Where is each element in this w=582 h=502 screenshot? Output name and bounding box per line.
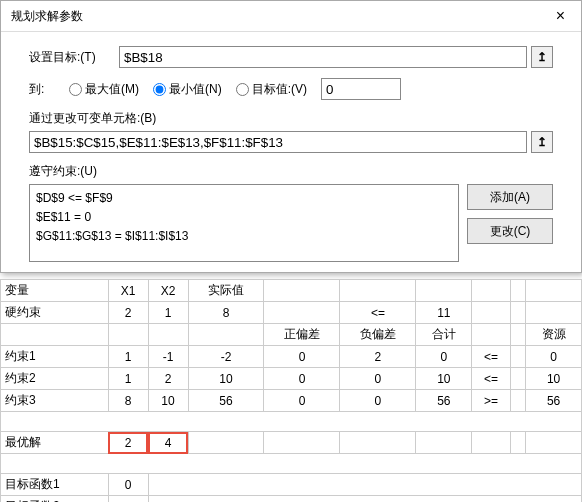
cell[interactable] [511,324,526,346]
range-picker-icon[interactable]: ↥ [531,131,553,153]
cell[interactable]: 0 [108,474,148,496]
cell[interactable]: 0 [264,346,340,368]
cell[interactable] [511,390,526,412]
cell[interactable]: 约束2 [1,368,109,390]
cell[interactable] [188,324,264,346]
cell[interactable]: 硬约束 [1,302,109,324]
dialog-title: 规划求解参数 [11,8,83,25]
range-picker-icon[interactable]: ↥ [531,46,553,68]
cell[interactable] [264,432,340,454]
cell[interactable]: 0 [108,496,148,503]
cell[interactable] [472,324,511,346]
header-cell [264,280,340,302]
cell[interactable]: 0 [264,368,340,390]
cell[interactable] [472,432,511,454]
optimal-x2-cell[interactable]: 4 [148,432,188,454]
cell[interactable] [148,496,581,503]
target-value-input[interactable] [321,78,401,100]
cell[interactable]: 2 [148,368,188,390]
cell[interactable]: 目标函数1 [1,474,109,496]
cell[interactable]: 1 [108,346,148,368]
cell[interactable] [1,454,582,474]
radio-max-input[interactable] [69,83,82,96]
cell[interactable]: 10 [148,390,188,412]
cell[interactable]: 约束3 [1,390,109,412]
cell[interactable] [1,324,109,346]
cell[interactable]: 约束1 [1,346,109,368]
close-icon[interactable]: × [550,7,571,25]
cell[interactable] [264,302,340,324]
cell[interactable] [1,412,582,432]
cell[interactable]: 2 [340,346,416,368]
cell[interactable]: -1 [148,346,188,368]
constraints-row: $D$9 <= $F$9 $E$11 = 0 $G$11:$G$13 = $I$… [29,184,553,262]
cell[interactable]: 目标函数2 [1,496,109,503]
cell[interactable]: 最优解 [1,432,109,454]
cell[interactable] [526,432,582,454]
radio-target[interactable]: 目标值:(V) [236,81,307,98]
cell[interactable]: 10 [416,368,472,390]
radio-min-input[interactable] [153,83,166,96]
changing-cells-input[interactable] [29,131,527,153]
cell[interactable]: 10 [188,368,264,390]
cell[interactable]: 0 [416,346,472,368]
cell[interactable]: 正偏差 [264,324,340,346]
cell[interactable]: 56 [416,390,472,412]
cell[interactable]: <= [340,302,416,324]
cell[interactable]: <= [472,368,511,390]
header-cell: X1 [108,280,148,302]
change-button[interactable]: 更改(C) [467,218,553,244]
cell[interactable]: 56 [526,390,582,412]
cell[interactable]: 0 [264,390,340,412]
cell[interactable]: 11 [416,302,472,324]
cell[interactable] [416,432,472,454]
add-button[interactable]: 添加(A) [467,184,553,210]
dialog-content: 设置目标:(T) ↥ 到: 最大值(M) 最小值(N) 目标值:(V) 通过更改… [1,32,581,272]
cell[interactable]: 0 [340,390,416,412]
cell[interactable]: 56 [188,390,264,412]
constraint-item[interactable]: $D$9 <= $F$9 [36,189,452,208]
header-cell [511,280,526,302]
cell[interactable] [148,324,188,346]
objective-input[interactable] [119,46,527,68]
cell[interactable]: 1 [108,368,148,390]
radio-max[interactable]: 最大值(M) [69,81,139,98]
header-cell: 实际值 [188,280,264,302]
cell[interactable]: <= [472,346,511,368]
header-cell: X2 [148,280,188,302]
cell[interactable]: 0 [340,368,416,390]
cell[interactable]: 1 [148,302,188,324]
radio-target-input[interactable] [236,83,249,96]
cell[interactable] [108,324,148,346]
cell[interactable]: >= [472,390,511,412]
cell[interactable]: 资源 [526,324,582,346]
cell[interactable] [511,346,526,368]
constraint-item[interactable]: $G$11:$G$13 = $I$11:$I$13 [36,227,452,246]
cell[interactable] [340,432,416,454]
cell[interactable]: 负偏差 [340,324,416,346]
cell[interactable]: -2 [188,346,264,368]
cell[interactable] [148,474,581,496]
cell[interactable] [511,432,526,454]
optimize-radio-group: 最大值(M) 最小值(N) 目标值:(V) [69,78,401,100]
table-row: 约束1 1 -1 -2 0 2 0 <= 0 [1,346,582,368]
cell[interactable] [188,432,264,454]
optimal-x1-cell[interactable]: 2 [108,432,148,454]
cell[interactable]: 合计 [416,324,472,346]
solver-dialog: 规划求解参数 × 设置目标:(T) ↥ 到: 最大值(M) 最小值(N) 目标值… [0,0,582,273]
constraint-item[interactable]: $E$11 = 0 [36,208,452,227]
cell[interactable]: 0 [526,346,582,368]
cell[interactable] [472,302,511,324]
radio-min[interactable]: 最小值(N) [153,81,222,98]
cell[interactable] [526,302,582,324]
changing-row: ↥ [29,131,553,153]
constraints-listbox[interactable]: $D$9 <= $F$9 $E$11 = 0 $G$11:$G$13 = $I$… [29,184,459,262]
cell[interactable]: 2 [108,302,148,324]
table-row-empty [1,412,582,432]
cell[interactable]: 10 [526,368,582,390]
cell[interactable] [511,368,526,390]
table-row: 目标函数1 0 [1,474,582,496]
cell[interactable]: 8 [108,390,148,412]
cell[interactable]: 8 [188,302,264,324]
cell[interactable] [511,302,526,324]
